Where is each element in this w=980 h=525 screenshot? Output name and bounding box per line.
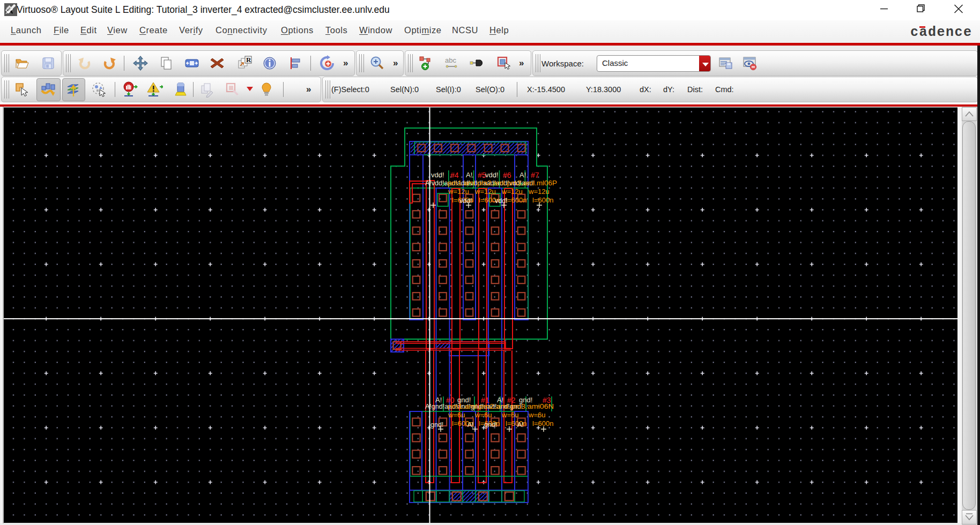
svg-text:A!: A!: [519, 171, 526, 179]
svg-text:A!: A!: [467, 421, 474, 429]
svg-text:#5: #5: [478, 171, 486, 179]
svg-text:l=600n: l=600n: [532, 196, 553, 204]
svg-text:w=6u: w=6u: [474, 411, 492, 419]
svg-text:w=6u: w=6u: [528, 411, 545, 419]
svg-text:pm1.aml.pm2.aml.pm3.ami06N: pm1.aml.pm2.aml.pm3.ami06N: [448, 402, 554, 410]
svg-text:vdd!: vdd!: [431, 171, 444, 179]
svg-text:vdd!: vdd!: [459, 197, 472, 205]
svg-text:A!: A!: [517, 421, 524, 429]
svg-text:gnd!: gnd!: [430, 421, 443, 429]
svg-text:w=12u: w=12u: [474, 188, 496, 196]
svg-text:abc: abc: [445, 56, 456, 64]
svg-text:vdd!: vdd!: [485, 171, 499, 179]
svg-text:A!: A!: [466, 171, 472, 179]
svg-text:w=6u: w=6u: [501, 411, 518, 419]
svg-text:w=6u: w=6u: [448, 411, 465, 419]
svg-text:l=600n: l=600n: [506, 196, 526, 204]
svg-text:gnd!: gnd!: [484, 421, 497, 429]
svg-text:#7: #7: [531, 171, 539, 179]
svg-text:w=12u: w=12u: [501, 188, 523, 196]
svg-text:w=12u: w=12u: [528, 188, 550, 196]
svg-text:vdd!: vdd!: [495, 197, 508, 205]
svg-text:pm1.aml.pm2.aml.pm3.aml.ml06P: pm1.aml.pm2.aml.pm3.aml.ml06P: [448, 179, 557, 187]
svg-text:#6: #6: [503, 171, 511, 179]
svg-text:#4: #4: [450, 171, 459, 179]
svg-text:w=12u: w=12u: [448, 188, 469, 196]
svg-text:R: R: [246, 56, 251, 64]
svg-text:l=600n: l=600n: [532, 419, 553, 428]
